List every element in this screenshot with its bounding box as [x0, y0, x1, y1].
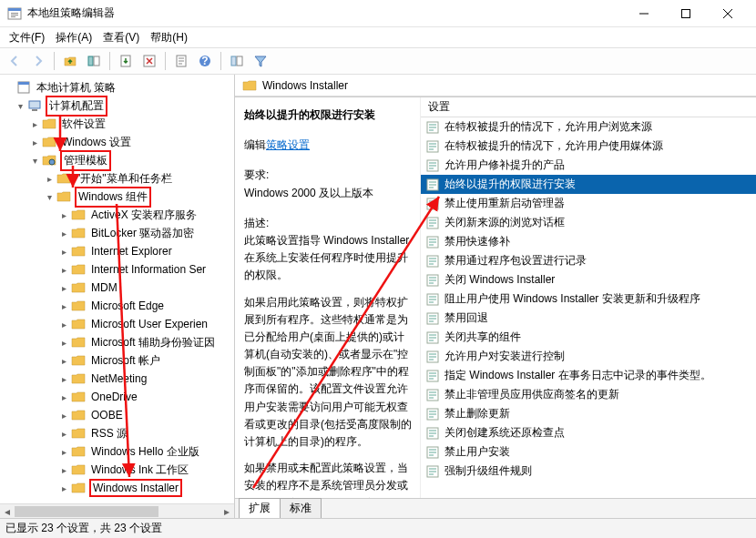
refresh-button[interactable]: [138, 50, 160, 72]
export-button[interactable]: [115, 50, 137, 72]
caret-down-icon[interactable]: ▾: [44, 192, 55, 202]
tree-item-label: OOBE: [89, 408, 125, 422]
tree-item-label: BitLocker 驱动器加密: [89, 225, 196, 242]
tree-item[interactable]: ▸ BitLocker 驱动器加密: [0, 224, 234, 242]
minimize-button[interactable]: [623, 0, 665, 27]
settings-row[interactable]: 关闭 Windows Installer: [421, 270, 756, 289]
settings-row[interactable]: 始终以提升的权限进行安装: [421, 175, 756, 194]
settings-row[interactable]: 禁用回退: [421, 309, 756, 328]
menu-help[interactable]: 帮助(H): [145, 28, 193, 47]
horizontal-scrollbar[interactable]: ◂ ▸: [0, 503, 234, 518]
caret-right-icon[interactable]: ▸: [58, 320, 69, 330]
tree-item[interactable]: ▸ OneDrive: [0, 388, 234, 406]
settings-row[interactable]: 禁用快速修补: [421, 232, 756, 251]
tree-software-settings[interactable]: ▸ 软件设置: [0, 115, 234, 133]
settings-row[interactable]: 禁止非管理员应用供应商签名的更新: [421, 385, 756, 404]
settings-row[interactable]: 禁止用户安装: [421, 442, 756, 462]
caret-down-icon[interactable]: ▾: [15, 101, 26, 111]
setting-icon: [426, 159, 439, 172]
settings-row[interactable]: 关闭创建系统还原检查点: [421, 423, 756, 442]
edit-policy-link[interactable]: 策略设置: [266, 138, 310, 151]
caret-right-icon[interactable]: ▸: [58, 265, 69, 275]
tree-item[interactable]: ▸ Windows Hello 企业版: [0, 442, 234, 461]
settings-row[interactable]: 禁止删除更新: [421, 404, 756, 423]
settings-row[interactable]: 阻止用户使用 Windows Installer 安装更新和升级程序: [421, 289, 756, 309]
properties-button[interactable]: [170, 50, 192, 72]
up-button[interactable]: [59, 50, 81, 72]
tree-item[interactable]: ▸ Internet Information Ser: [0, 260, 234, 279]
right-header: Windows Installer: [235, 75, 756, 96]
caret-right-icon[interactable]: ▸: [58, 283, 69, 293]
tree-item[interactable]: ▸ Microsoft 辅助身份验证因: [0, 333, 234, 351]
caret-right-icon[interactable]: ▸: [58, 228, 69, 239]
caret-right-icon[interactable]: ▸: [58, 356, 69, 366]
caret-right-icon[interactable]: ▸: [58, 392, 69, 402]
tree-item[interactable]: ▸ RSS 源: [0, 424, 234, 442]
tree-item-label: NetMeeting: [89, 371, 148, 386]
tree-item-label: OneDrive: [89, 390, 139, 404]
close-button[interactable]: [707, 0, 749, 27]
settings-row[interactable]: 强制升级组件规则: [421, 462, 756, 481]
tree-computer-config[interactable]: ▾ 计算机配置: [0, 96, 234, 115]
setting-icon: [426, 255, 439, 268]
tree-scroll[interactable]: 本地计算机 策略 ▾ 计算机配置 ▸ 软件设置 ▸ Windows 设置 ▾ 管…: [0, 75, 234, 503]
settings-list[interactable]: 在特权被提升的情况下，允许用户浏览来源 在特权被提升的情况下，允许用户使用媒体源…: [421, 117, 756, 498]
tree-item[interactable]: ▸ Windows Ink 工作区: [0, 461, 234, 479]
filter-options-button[interactable]: [226, 50, 248, 72]
settings-row[interactable]: 在特权被提升的情况下，允许用户使用媒体源: [421, 137, 756, 156]
tree-item[interactable]: ▸ NetMeeting: [0, 370, 234, 388]
menu-view[interactable]: 查看(V): [97, 28, 145, 47]
caret-right-icon[interactable]: ▸: [58, 247, 69, 257]
tab-standard[interactable]: 标准: [280, 498, 322, 518]
caret-right-icon[interactable]: ▸: [58, 374, 69, 384]
tab-extended[interactable]: 扩展: [239, 498, 281, 518]
tree-item[interactable]: ▸ Microsoft 帐户: [0, 351, 234, 370]
tree-windows-components[interactable]: ▾ Windows 组件: [0, 188, 234, 206]
settings-row-label: 强制升级组件规则: [444, 463, 532, 479]
tree-item[interactable]: ▸ MDM: [0, 279, 234, 297]
caret-right-icon[interactable]: ▸: [58, 411, 69, 421]
tree-root[interactable]: 本地计算机 策略: [0, 78, 234, 96]
settings-row[interactable]: 在特权被提升的情况下，允许用户浏览来源: [421, 117, 756, 137]
caret-right-icon[interactable]: ▸: [58, 465, 69, 475]
caret-right-icon[interactable]: ▸: [58, 301, 69, 311]
settings-column-header[interactable]: 设置: [421, 97, 756, 117]
tree-windows-settings[interactable]: ▸ Windows 设置: [0, 133, 234, 151]
menu-action[interactable]: 操作(A): [50, 28, 97, 47]
filter-button[interactable]: [250, 50, 271, 72]
tree-item[interactable]: ▸ Windows Installer: [0, 479, 234, 497]
tree-admin-templates[interactable]: ▾ 管理模板: [0, 151, 234, 169]
settings-row[interactable]: 允许用户修补提升的产品: [421, 156, 756, 175]
caret-right-icon[interactable]: ▸: [29, 137, 40, 147]
caret-right-icon[interactable]: ▸: [58, 429, 69, 439]
help-button[interactable]: ?: [194, 50, 216, 72]
caret-right-icon[interactable]: ▸: [29, 119, 40, 129]
tree-item-label: ActiveX 安装程序服务: [89, 207, 199, 224]
caret-right-icon[interactable]: ▸: [58, 447, 69, 457]
settings-row[interactable]: 禁用通过程序包设置进行记录: [421, 251, 756, 270]
caret-right-icon[interactable]: ▸: [58, 338, 69, 348]
tree-item[interactable]: ▸ OOBE: [0, 406, 234, 424]
caret-right-icon[interactable]: ▸: [58, 210, 69, 220]
statusbar: 已显示 23 个设置，共 23 个设置: [0, 518, 756, 538]
caret-right-icon[interactable]: ▸: [58, 483, 69, 493]
tree-item[interactable]: ▸ Microsoft User Experien: [0, 315, 234, 333]
tree-item[interactable]: ▸ Internet Explorer: [0, 242, 234, 260]
show-hide-tree-button[interactable]: [83, 50, 105, 72]
tree-start-menu[interactable]: ▸ "开始"菜单和任务栏: [0, 169, 234, 188]
tree-item-label: Windows Ink 工作区: [89, 462, 190, 479]
settings-row[interactable]: 指定 Windows Installer 在事务日志中记录的事件类型。: [421, 366, 756, 385]
settings-row[interactable]: 关闭新来源的浏览对话框: [421, 213, 756, 232]
tree-item[interactable]: ▸ ActiveX 安装程序服务: [0, 206, 234, 224]
setting-icon: [426, 140, 439, 153]
settings-row[interactable]: 关闭共享的组件: [421, 328, 756, 347]
caret-down-icon[interactable]: ▾: [29, 156, 40, 166]
menu-file[interactable]: 文件(F): [4, 28, 50, 47]
folder-icon: [42, 117, 56, 131]
settings-row[interactable]: 允许用户对安装进行控制: [421, 347, 756, 366]
tree-item[interactable]: ▸ Microsoft Edge: [0, 297, 234, 315]
folder-icon: [56, 171, 71, 186]
settings-row[interactable]: 禁止使用重新启动管理器: [421, 194, 756, 213]
caret-right-icon[interactable]: ▸: [44, 174, 55, 184]
maximize-button[interactable]: [665, 0, 707, 27]
